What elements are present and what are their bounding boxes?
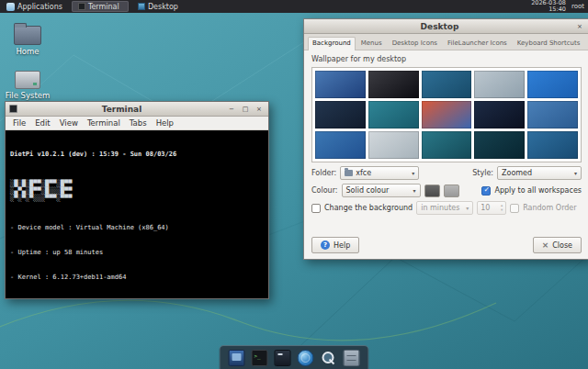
taskbar-label: Terminal bbox=[88, 3, 119, 11]
clock-time: 15:40 bbox=[531, 6, 566, 13]
style-value: Zoomed bbox=[502, 169, 532, 177]
wallpaper-thumbnail[interactable] bbox=[474, 71, 525, 98]
terminal-window-icon bbox=[9, 105, 17, 113]
dock-terminal-icon[interactable] bbox=[229, 350, 245, 366]
tab-filelauncher-icons[interactable]: FileLauncher Icons bbox=[443, 37, 512, 50]
settings-titlebar[interactable]: Desktop × bbox=[304, 19, 588, 34]
settings-tabbar: Background Menus Desktop Icons FileLaunc… bbox=[304, 34, 588, 50]
terminal-output[interactable]: DietPi v10.2.1 (dev) : 15:39 - Sun 08/03… bbox=[6, 130, 268, 298]
dock-filemanager-icon[interactable] bbox=[344, 350, 360, 366]
folder-icon bbox=[345, 170, 353, 176]
wallpaper-thumbnail[interactable] bbox=[422, 71, 472, 98]
panel-username: root bbox=[571, 3, 584, 10]
menu-tabs[interactable]: Tabs bbox=[125, 118, 152, 128]
maximize-icon[interactable]: □ bbox=[240, 104, 251, 114]
close-button[interactable]: × Close bbox=[533, 237, 582, 253]
taskbar-button-terminal[interactable]: Terminal bbox=[72, 1, 129, 12]
menu-file[interactable]: File bbox=[8, 118, 30, 128]
home-folder-icon bbox=[14, 26, 41, 45]
menu-edit[interactable]: Edit bbox=[30, 118, 54, 128]
desktop-icon-home[interactable]: Home bbox=[3, 22, 52, 56]
colour-swatch-primary[interactable] bbox=[424, 184, 440, 197]
minimize-icon[interactable]: − bbox=[226, 104, 237, 114]
wallpaper-thumbnail[interactable] bbox=[315, 131, 366, 159]
dock-browser-icon[interactable] bbox=[298, 350, 314, 366]
taskbar-label: Desktop bbox=[148, 3, 178, 11]
panel-clock[interactable]: 2026-03-08 15:40 bbox=[531, 0, 566, 13]
close-button-label: Close bbox=[552, 241, 572, 250]
colour-swatch-secondary[interactable] bbox=[444, 184, 459, 197]
desktop-window-icon bbox=[138, 3, 145, 10]
wallpaper-thumbnail[interactable] bbox=[527, 71, 578, 98]
desktop: Applications Terminal Desktop 2026-03-08… bbox=[0, 0, 588, 369]
desktop-icon-label: Home bbox=[16, 47, 39, 56]
chevron-down-icon: ▾ bbox=[466, 205, 469, 211]
colour-label: Colour: bbox=[311, 186, 338, 195]
applications-menu-button[interactable]: Applications bbox=[0, 0, 69, 13]
terminal-menubar: File Edit View Terminal Tabs Help bbox=[6, 117, 268, 130]
prompt-glyph: >_ bbox=[254, 352, 261, 359]
desktop-icon-label: File System bbox=[6, 91, 51, 100]
wallpaper-thumbnail[interactable] bbox=[474, 101, 525, 129]
folder-select[interactable]: xfce ▾ bbox=[340, 166, 419, 180]
close-icon[interactable]: × bbox=[574, 21, 585, 31]
terminal-icon bbox=[78, 3, 85, 10]
menu-help[interactable]: Help bbox=[152, 118, 178, 128]
dock-console-icon[interactable] bbox=[275, 350, 291, 366]
applications-label: Applications bbox=[17, 3, 62, 11]
folder-label: Folder: bbox=[311, 169, 336, 177]
dock-terminal-dark-icon[interactable]: >_ bbox=[252, 350, 268, 366]
terminal-titlebar[interactable]: Terminal − □ × bbox=[6, 102, 268, 117]
change-background-checkbox[interactable] bbox=[311, 204, 321, 213]
help-button-label: Help bbox=[334, 241, 350, 250]
menu-view[interactable]: View bbox=[55, 118, 83, 128]
applications-icon bbox=[6, 3, 15, 11]
wallpaper-thumbnail[interactable] bbox=[474, 131, 525, 159]
wallpaper-thumbnail[interactable] bbox=[527, 131, 578, 159]
wallpaper-thumbnail[interactable] bbox=[368, 131, 419, 159]
interval-unit-select[interactable]: in minutes ▾ bbox=[416, 201, 473, 215]
style-label: Style: bbox=[472, 169, 493, 177]
menu-terminal[interactable]: Terminal bbox=[83, 118, 125, 128]
wallpaper-thumbnail[interactable] bbox=[368, 71, 419, 98]
help-button[interactable]: ? Help bbox=[311, 237, 359, 253]
wallpaper-thumbnail[interactable] bbox=[527, 101, 578, 129]
top-panel: Applications Terminal Desktop 2026-03-08… bbox=[0, 0, 588, 13]
apply-all-checkbox[interactable] bbox=[481, 186, 491, 196]
colour-value: Solid colour bbox=[346, 186, 390, 195]
interval-number-input[interactable]: 10 ▴▾ bbox=[477, 201, 506, 215]
taskbar-button-desktop[interactable]: Desktop bbox=[131, 1, 188, 12]
tab-menus[interactable]: Menus bbox=[356, 37, 387, 50]
terminal-window-title: Terminal bbox=[20, 105, 223, 114]
desktop-icon-filesystem[interactable]: File System bbox=[3, 66, 52, 100]
tab-desktop-icons[interactable]: Desktop Icons bbox=[388, 37, 442, 50]
interval-number-value: 10 bbox=[481, 204, 490, 212]
terminal-info-line: - Device model : Virtual Machine (x86_64… bbox=[10, 224, 264, 232]
folder-value: xfce bbox=[356, 169, 371, 177]
close-icon: × bbox=[542, 240, 549, 250]
interval-unit-value: in minutes bbox=[421, 204, 459, 212]
wallpaper-thumbnail[interactable] bbox=[422, 131, 472, 159]
change-background-label: Change the background bbox=[324, 204, 413, 212]
wallpaper-thumbnail[interactable] bbox=[422, 101, 472, 129]
dock-search-icon[interactable] bbox=[321, 350, 337, 366]
wallpaper-thumbnail[interactable] bbox=[315, 71, 366, 98]
tab-background[interactable]: Background bbox=[308, 37, 356, 50]
random-order-checkbox[interactable] bbox=[510, 204, 519, 213]
settings-body: Wallpaper for my desktop Folder: xfce ▾ … bbox=[304, 50, 588, 259]
tab-keyboard-shortcuts[interactable]: Keyboard Shortcuts bbox=[513, 37, 585, 50]
colour-select[interactable]: Solid colour ▾ bbox=[342, 184, 421, 197]
wallpaper-thumbnail[interactable] bbox=[368, 101, 419, 129]
wallpaper-grid bbox=[311, 67, 582, 162]
terminal-banner: DietPi v10.2.1 (dev) : 15:39 - Sun 08/03… bbox=[10, 151, 264, 159]
desktop-settings-window: Desktop × Background Menus Desktop Icons… bbox=[303, 18, 588, 260]
wallpaper-heading: Wallpaper for my desktop bbox=[311, 55, 582, 63]
wallpaper-thumbnail[interactable] bbox=[315, 101, 366, 129]
chevron-down-icon: ▾ bbox=[413, 187, 416, 194]
panel-spacer bbox=[188, 0, 531, 13]
chevron-down-icon: ▾ bbox=[412, 170, 414, 176]
drive-icon bbox=[15, 71, 40, 89]
terminal-ascii-art: ░█░█░█▀▀░█▀▀░█▀▀ ░▄▀▄░█▀▀░█░░░█▀▀ ░▀░▀░▀… bbox=[10, 180, 264, 202]
style-select[interactable]: Zoomed ▾ bbox=[497, 166, 582, 180]
close-icon[interactable]: × bbox=[254, 104, 265, 114]
